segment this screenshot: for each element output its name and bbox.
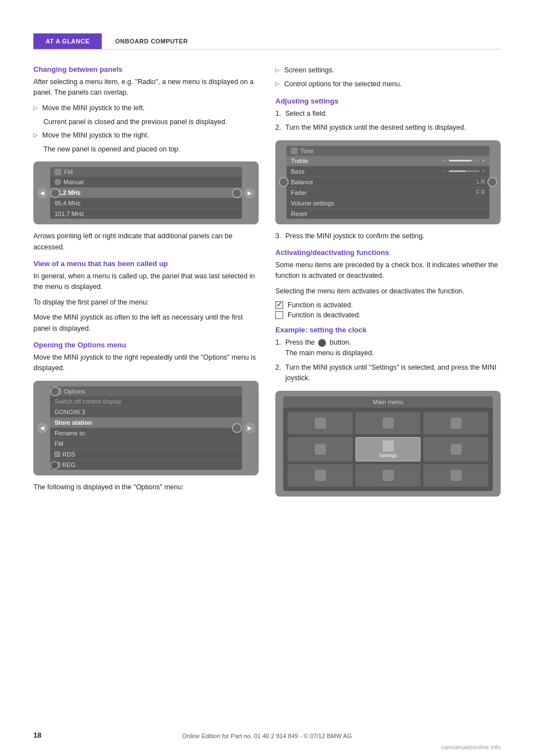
treble-fill — [449, 160, 472, 161]
menu-item-radio2[interactable] — [288, 464, 353, 487]
options-row-6-label: RDS — [62, 451, 75, 458]
clock-step-2: 2. Turn the MINI joystick until "Setting… — [275, 362, 501, 384]
radio2-icon — [315, 470, 326, 481]
options-caption: The following is displayed in the "Optio… — [33, 482, 259, 493]
clock-step2-text: Turn the MINI joystick until "Settings" … — [285, 362, 501, 384]
tone-header-icon — [291, 148, 298, 154]
fm-right-arrow-btn[interactable]: ▶ — [244, 188, 255, 199]
tab-onboard[interactable]: ONBOARD COMPUTER — [103, 33, 200, 49]
bullet-sub-2: The new panel is opened and placed on to… — [43, 144, 259, 155]
tone-treble-label: Treble — [291, 158, 308, 164]
bullet-arrow-2: ▷ — [33, 131, 38, 140]
fm-screen-inner: FM Manual 91,2 MHz 95,4 MHz 101,7 MHz — [50, 167, 242, 219]
media-icon — [451, 444, 462, 455]
header-tabs: AT A GLANCE ONBOARD COMPUTER — [33, 33, 501, 50]
nav-icon — [383, 418, 394, 429]
section-title-changing: Changing between panels — [33, 65, 259, 73]
options-row-7: REG — [50, 460, 242, 470]
menu-item-nav[interactable] — [355, 412, 421, 434]
tone-screen-bg: Tone Treble − + — [275, 140, 501, 224]
treble-track — [449, 160, 479, 161]
fm-screen-caption: Arrows pointing left or right indicate t… — [33, 231, 259, 253]
options-left-btn[interactable]: ◀ — [37, 423, 48, 434]
para-view-3: Move the MINI joystick as often to the l… — [33, 312, 259, 334]
bullet-right: ▷ Move the MINI joystick to the right. — [33, 130, 259, 141]
check-deactivated-box — [275, 311, 283, 319]
fm-right-knob — [232, 188, 242, 198]
menu-item-radio[interactable] — [288, 412, 353, 434]
info-icon — [451, 470, 462, 481]
options-row-2: GONG96.3 — [50, 407, 242, 418]
section-view-menu: View of a menu that has been called up I… — [33, 259, 259, 334]
bullet-text-control: Control options for the selected menu. — [284, 79, 501, 90]
options-row-1: Switch off control display — [50, 396, 242, 407]
adjust-step-1: 1. Select a field. — [275, 109, 501, 119]
section-changing-panels: Changing between panels After selecting … — [33, 65, 259, 253]
treble-plus: + — [482, 158, 485, 164]
para-changing-1: After selecting a menu item, e.g. "Radio… — [33, 77, 259, 99]
right-knob-circle[interactable] — [232, 188, 242, 198]
check-activated-label: Function is activated. — [288, 301, 353, 309]
clock-step-1: 1. Press the button. The main menu is di… — [275, 337, 501, 359]
bullet-left: ▷ Move the MINI joystick to the left. — [33, 103, 259, 114]
para-view-2: To display the first panel of the menu: — [33, 297, 259, 308]
clock-step1-text2: button. — [330, 338, 351, 346]
options-left-knob2[interactable] — [50, 461, 59, 470]
fm-row-3: 95,4 MHz — [50, 198, 242, 209]
tone-bass-row: Bass − + — [286, 166, 490, 177]
section-title-activating: Activating/deactivating functions — [275, 248, 501, 257]
fm-left-knob — [50, 188, 60, 198]
bass-fill — [449, 170, 466, 172]
tone-balance-label: Balance — [291, 179, 313, 185]
bass-plus: + — [482, 168, 485, 174]
menu-item-aux[interactable] — [355, 464, 421, 487]
fm-row-4: 101,7 MHz — [50, 209, 242, 219]
menu-item-media[interactable] — [423, 437, 488, 462]
check-deactivated: Function is deactivated. — [275, 311, 501, 319]
mini-button-icon — [318, 339, 326, 347]
page-number: 18 — [33, 731, 41, 739]
fm-left-arrow-btn[interactable]: ◀ — [37, 188, 48, 199]
adjust-step-2: 2. Turn the MINI joystick until the desi… — [275, 122, 501, 133]
options-header: Options — [50, 386, 242, 396]
tone-right-knob[interactable] — [487, 177, 497, 187]
options-left-knob[interactable] — [50, 386, 60, 396]
radio-icon — [315, 418, 326, 429]
menu-item-music[interactable] — [288, 437, 353, 462]
bullet-sub-1: Current panel is closed and the previous… — [43, 117, 259, 127]
options-screen-bg: ◀ ▶ — [33, 381, 259, 475]
tone-left-knob[interactable] — [279, 177, 289, 187]
tone-treble-bar-area: − + — [443, 158, 485, 164]
menu-item-settings[interactable]: Settings — [355, 437, 421, 462]
bullet-text-1: Move the MINI joystick to the left. — [42, 103, 259, 114]
left-knob-circle[interactable] — [50, 188, 60, 198]
options-row-3: Store station — [50, 418, 242, 428]
tab-at-glance[interactable]: AT A GLANCE — [33, 33, 102, 49]
options-right-btn[interactable]: ▶ — [244, 423, 255, 434]
bullet-screen-settings: ▷ Screen settings. — [275, 65, 501, 76]
bullet-text-screen: Screen settings. — [284, 65, 501, 76]
section-title-view: View of a menu that has been called up — [33, 259, 259, 268]
rds-check — [55, 451, 60, 457]
fm-header-label: FM — [64, 169, 73, 175]
check-activated: ✓ Function is activated. — [275, 301, 501, 309]
bullet-control-options: ▷ Control options for the selected menu. — [275, 79, 501, 90]
tone-screen-wrapper: Tone Treble − + — [275, 140, 501, 224]
bullet-arrow-control: ▷ — [275, 80, 280, 89]
fm-row1-text: Manual — [63, 179, 83, 185]
clock-step1-text: Press the button. The main menu is displ… — [285, 337, 501, 359]
para-view-1: In general, when a menu is called up, th… — [33, 271, 259, 293]
clock-step1-num: 1. — [275, 337, 285, 348]
aux-icon — [383, 470, 394, 481]
options-right-knob-area — [232, 423, 242, 433]
menu-item-info[interactable] — [423, 464, 488, 487]
section-title-clock: Example: setting the clock — [275, 326, 501, 334]
tone-header: Tone — [286, 146, 490, 156]
tone-bass-label: Bass — [291, 168, 304, 175]
tone-balance-val: L R — [477, 179, 485, 185]
check-deactivated-label: Function is deactivated. — [288, 311, 360, 319]
menu-item-phone[interactable] — [423, 412, 488, 434]
options-row-6: RDS — [50, 449, 242, 460]
options-right-knob[interactable] — [232, 423, 242, 433]
options-left-knob2-area — [50, 461, 59, 470]
